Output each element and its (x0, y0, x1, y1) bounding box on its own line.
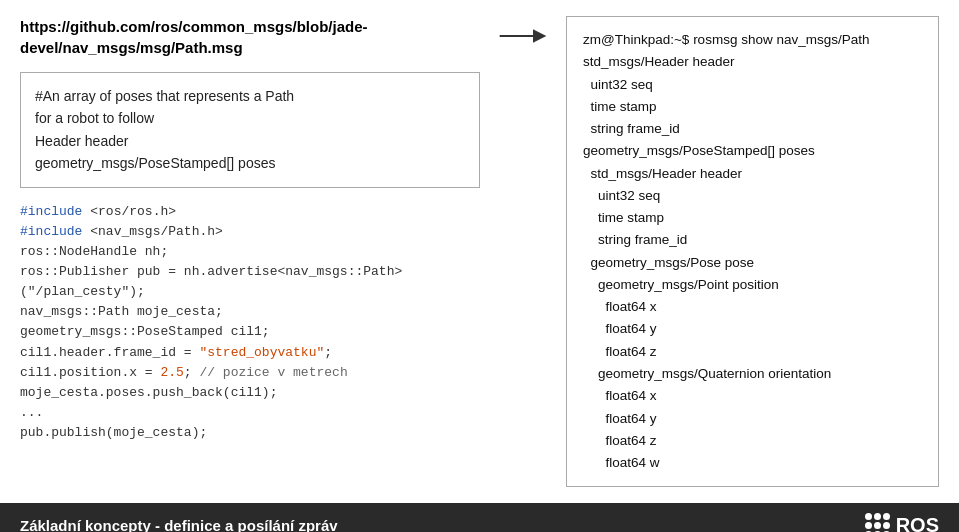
rp-line-19: float64 z (583, 430, 922, 452)
rp-line-10: string frame_id (583, 229, 922, 251)
svg-marker-1 (533, 29, 546, 42)
code-line-4: ros::Publisher pub = nh.advertise<nav_ms… (20, 262, 480, 282)
code-line-2: #include <nav_msgs/Path.h> (20, 222, 480, 242)
description-line-2: for a robot to follow (35, 107, 465, 129)
code-line-3: ros::NodeHandle nh; (20, 242, 480, 262)
ros-dot-2 (874, 513, 881, 520)
rp-line-5: string frame_id (583, 118, 922, 140)
github-url-link[interactable]: https://github.com/ros/common_msgs/blob/… (20, 16, 480, 58)
rp-line-1: zm@Thinkpad:~$ rosmsg show nav_msgs/Path (583, 29, 922, 51)
description-box: #An array of poses that represents a Pat… (20, 72, 480, 188)
arrow-area (480, 16, 566, 56)
rp-line-9: time stamp (583, 207, 922, 229)
code-line-12: pub.publish(moje_cesta); (20, 423, 480, 443)
left-panel: https://github.com/ros/common_msgs/blob/… (20, 16, 480, 443)
rp-line-11: geometry_msgs/Pose pose (583, 252, 922, 274)
right-panel: zm@Thinkpad:~$ rosmsg show nav_msgs/Path… (566, 16, 939, 487)
ros-dot-1 (865, 513, 872, 520)
ros-label: ROS (896, 514, 939, 532)
rp-line-7: std_msgs/Header header (583, 163, 922, 185)
code-line-5: ("/plan_cesty"); (20, 282, 480, 302)
ros-dot-5 (874, 522, 881, 529)
description-line-4: geometry_msgs/PoseStamped[] poses (35, 152, 465, 174)
ros-dots-grid (865, 513, 890, 532)
rp-line-4: time stamp (583, 96, 922, 118)
arrow-icon (498, 16, 548, 56)
ros-dot-6 (883, 522, 890, 529)
description-line-1: #An array of poses that represents a Pat… (35, 85, 465, 107)
ros-dot-3 (883, 513, 890, 520)
rp-line-3: uint32 seq (583, 74, 922, 96)
ros-dot-4 (865, 522, 872, 529)
bottom-bar: Základní koncepty - definice a posílání … (0, 503, 959, 532)
rp-line-13: float64 x (583, 296, 922, 318)
bottom-bar-title: Základní koncepty - definice a posílání … (20, 517, 338, 532)
main-content: https://github.com/ros/common_msgs/blob/… (0, 0, 959, 503)
code-line-10: moje_cesta.poses.push_back(cil1); (20, 383, 480, 403)
code-block: #include <ros/ros.h> #include <nav_msgs/… (20, 202, 480, 444)
rp-line-14: float64 y (583, 318, 922, 340)
code-line-11: ... (20, 403, 480, 423)
code-line-1: #include <ros/ros.h> (20, 202, 480, 222)
rp-line-12: geometry_msgs/Point position (583, 274, 922, 296)
rp-line-18: float64 y (583, 408, 922, 430)
code-line-9: cil1.position.x = 2.5; // pozice v metre… (20, 363, 480, 383)
rp-line-2: std_msgs/Header header (583, 51, 922, 73)
rp-line-20: float64 w (583, 452, 922, 474)
code-line-7: geometry_msgs::PoseStamped cil1; (20, 322, 480, 342)
rp-line-6: geometry_msgs/PoseStamped[] poses (583, 140, 922, 162)
rp-line-17: float64 x (583, 385, 922, 407)
rp-line-15: float64 z (583, 341, 922, 363)
ros-logo: ROS (865, 513, 939, 532)
rp-line-8: uint32 seq (583, 185, 922, 207)
description-line-3: Header header (35, 130, 465, 152)
rp-line-16: geometry_msgs/Quaternion orientation (583, 363, 922, 385)
code-line-6: nav_msgs::Path moje_cesta; (20, 302, 480, 322)
code-line-8: cil1.header.frame_id = "stred_obyvatku"; (20, 343, 480, 363)
